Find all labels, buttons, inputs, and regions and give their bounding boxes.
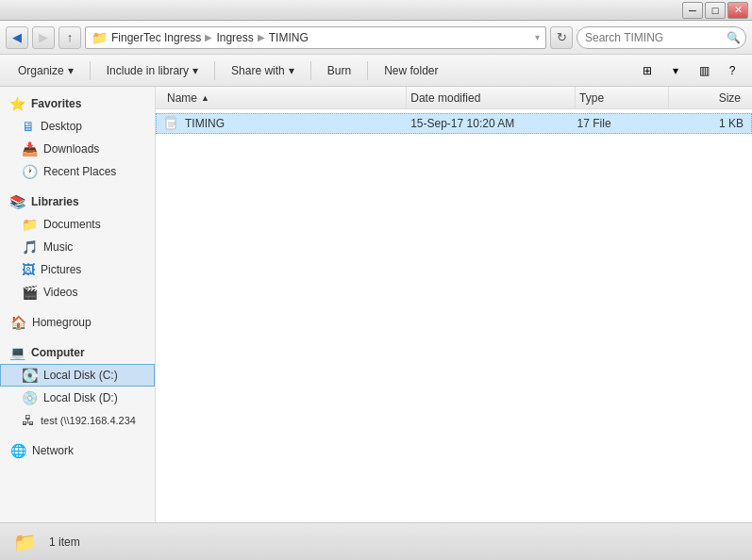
- pictures-icon: 🖼: [22, 262, 35, 277]
- maximize-button[interactable]: □: [705, 2, 726, 19]
- organize-dropdown-icon: ▾: [68, 64, 74, 77]
- breadcrumb-part3: TIMING: [269, 31, 309, 44]
- include-library-button[interactable]: Include in library ▾: [96, 58, 209, 83]
- network-drive-icon: 🖧: [22, 413, 35, 428]
- music-icon: 🎵: [22, 239, 38, 255]
- libraries-header[interactable]: 📚 Libraries: [0, 190, 155, 213]
- file-date: 15-Sep-17 10:20 AM: [410, 117, 577, 130]
- computer-section: 💻 Computer 💽 Local Disk (C:) 💿 Local Dis…: [0, 341, 155, 432]
- toolbar-separator-4: [367, 61, 368, 80]
- file-row[interactable]: TIMING 15-Sep-17 10:20 AM 17 File 1 KB: [156, 113, 752, 134]
- include-label: Include in library: [107, 64, 189, 77]
- address-path[interactable]: 📁 FingerTec Ingress ▶ Ingress ▶ TIMING ▾: [85, 26, 546, 49]
- libraries-label: Libraries: [31, 195, 79, 208]
- toolbar-separator-3: [310, 61, 311, 80]
- address-bar: ◀ ▶ ↑ 📁 FingerTec Ingress ▶ Ingress ▶ TI…: [0, 21, 752, 55]
- burn-button[interactable]: Burn: [317, 58, 361, 83]
- up-button[interactable]: ↑: [58, 26, 81, 49]
- col-header-name[interactable]: Name ▲: [163, 87, 407, 108]
- forward-button[interactable]: ▶: [32, 26, 55, 49]
- homegroup-section: 🏠 Homegroup: [0, 311, 155, 334]
- organize-button[interactable]: Organize ▾: [8, 58, 84, 83]
- share-label: Share with: [231, 64, 285, 77]
- share-dropdown-icon: ▾: [289, 64, 294, 77]
- col-date-label: Date modified: [410, 91, 480, 105]
- search-input[interactable]: [577, 26, 746, 49]
- sidebar-item-downloads[interactable]: 📥 Downloads: [0, 138, 155, 160]
- sidebar-item-homegroup[interactable]: 🏠 Homegroup: [0, 311, 155, 334]
- computer-icon: 💻: [9, 345, 25, 360]
- main-area: ⭐ Favorites 🖥 Desktop 📥 Downloads 🕐 Rece…: [0, 87, 752, 522]
- col-type-label: Type: [579, 91, 604, 105]
- recent-icon: 🕐: [22, 164, 38, 179]
- libraries-section: 📚 Libraries 📁 Documents 🎵 Music 🖼 Pictur…: [0, 190, 155, 304]
- sidebar-item-videos[interactable]: 🎬 Videos: [0, 281, 155, 304]
- downloads-icon: 📥: [22, 141, 38, 156]
- videos-label: Videos: [43, 286, 77, 299]
- sidebar-item-network[interactable]: 🌐 Network: [0, 439, 155, 462]
- file-type: 17 File: [577, 117, 670, 130]
- search-button[interactable]: 🔍: [726, 30, 741, 45]
- sidebar-item-network-drive[interactable]: 🖧 test (\\192.168.4.234: [0, 409, 155, 432]
- col-header-size[interactable]: Size: [669, 87, 744, 108]
- homegroup-label: Homegroup: [32, 316, 92, 329]
- file-name: TIMING: [185, 117, 410, 130]
- col-header-date[interactable]: Date modified: [407, 87, 576, 108]
- file-list: TIMING 15-Sep-17 10:20 AM 17 File 1 KB: [156, 109, 752, 522]
- close-button[interactable]: ✕: [727, 2, 748, 19]
- sort-arrow: ▲: [201, 93, 209, 103]
- help-button[interactable]: ?: [720, 58, 744, 83]
- share-with-button[interactable]: Share with ▾: [221, 58, 305, 83]
- local-disk-d-icon: 💿: [22, 390, 38, 405]
- desktop-icon: 🖥: [22, 119, 35, 134]
- breadcrumb-part1: FingerTec Ingress: [111, 31, 201, 44]
- sidebar-item-local-d[interactable]: 💿 Local Disk (D:): [0, 387, 155, 409]
- new-folder-button[interactable]: New folder: [374, 58, 448, 83]
- toolbar-separator-2: [214, 61, 215, 80]
- homegroup-icon: 🏠: [10, 315, 26, 330]
- favorites-label: Favorites: [31, 97, 81, 110]
- path-folder-icon: 📁: [92, 30, 108, 45]
- videos-icon: 🎬: [22, 285, 38, 300]
- file-icon: [164, 116, 179, 131]
- local-disk-d-label: Local Disk (D:): [43, 391, 118, 404]
- breadcrumb-dropdown[interactable]: ▾: [535, 32, 540, 42]
- breadcrumb-sep2: ▶: [258, 32, 265, 42]
- view-dropdown-button[interactable]: ▾: [663, 58, 688, 83]
- network-icon: 🌐: [10, 443, 26, 458]
- sidebar-item-documents[interactable]: 📁 Documents: [0, 213, 155, 236]
- col-size-label: Size: [719, 91, 741, 105]
- network-drive-label: test (\\192.168.4.234: [41, 415, 136, 426]
- favorites-header[interactable]: ⭐ Favorites: [0, 92, 155, 115]
- sidebar: ⭐ Favorites 🖥 Desktop 📥 Downloads 🕐 Rece…: [0, 87, 156, 522]
- burn-label: Burn: [327, 64, 351, 77]
- back-button[interactable]: ◀: [6, 26, 28, 49]
- change-view-button[interactable]: ⊞: [635, 58, 660, 83]
- refresh-button[interactable]: ↻: [550, 26, 573, 49]
- network-section: 🌐 Network: [0, 439, 155, 462]
- network-label: Network: [32, 444, 74, 457]
- preview-pane-button[interactable]: ▥: [692, 58, 716, 83]
- sidebar-item-pictures[interactable]: 🖼 Pictures: [0, 258, 155, 281]
- search-wrapper: 🔍: [577, 26, 746, 49]
- downloads-label: Downloads: [43, 142, 99, 156]
- content-panel: Name ▲ Date modified Type Size: [156, 87, 752, 522]
- sidebar-item-recent[interactable]: 🕐 Recent Places: [0, 160, 155, 183]
- sidebar-item-desktop[interactable]: 🖥 Desktop: [0, 115, 155, 138]
- file-size: 1 KB: [670, 117, 744, 130]
- local-disk-c-icon: 💽: [22, 368, 38, 383]
- sidebar-item-music[interactable]: 🎵 Music: [0, 236, 155, 258]
- libraries-icon: 📚: [9, 194, 25, 209]
- sidebar-item-local-c[interactable]: 💽 Local Disk (C:): [0, 364, 155, 387]
- toolbar: Organize ▾ Include in library ▾ Share wi…: [0, 55, 752, 87]
- recent-label: Recent Places: [43, 165, 116, 178]
- favorites-section: ⭐ Favorites 🖥 Desktop 📥 Downloads 🕐 Rece…: [0, 92, 155, 183]
- new-folder-label: New folder: [384, 64, 438, 77]
- minimize-button[interactable]: ─: [682, 2, 703, 19]
- computer-label: Computer: [31, 346, 85, 359]
- col-header-type[interactable]: Type: [576, 87, 669, 108]
- title-bar: ─ □ ✕: [0, 0, 752, 21]
- computer-header[interactable]: 💻 Computer: [0, 341, 155, 364]
- col-name-label: Name: [167, 91, 197, 105]
- include-dropdown-icon: ▾: [192, 64, 198, 77]
